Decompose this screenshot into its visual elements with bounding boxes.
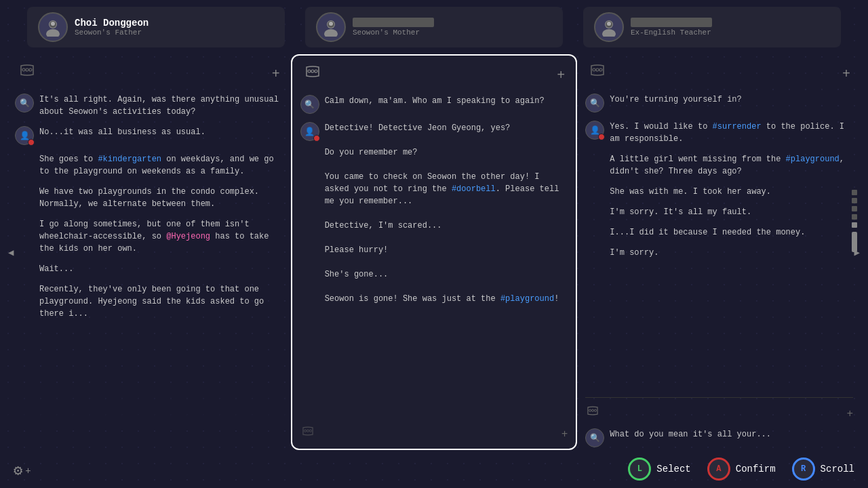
char-avatar-center bbox=[316, 12, 346, 42]
add-btn-left[interactable]: + bbox=[272, 66, 280, 82]
scroll-label: Scroll bbox=[821, 464, 854, 474]
add-btn-right[interactable]: + bbox=[842, 66, 850, 82]
msg-text-right-7: I'm sorry. bbox=[610, 247, 658, 259]
bottom-bar: ⚙ + L Select A Confirm R Scro bbox=[0, 450, 868, 488]
select-key: L bbox=[637, 464, 642, 474]
chat-content-left: 🔍 It's all right. Again, was there anyth… bbox=[15, 91, 283, 447]
msg-text-left-7: Recently, they've only been going to tha… bbox=[39, 283, 283, 320]
chat-icon-center bbox=[303, 64, 322, 87]
svg-point-12 bbox=[22, 68, 25, 71]
msg-left-3: She goes to #kindergarten on weekdays, a… bbox=[15, 153, 283, 178]
msg-text-right-6: I...I did it because I needed the money. bbox=[610, 226, 805, 239]
settings-icon: ⚙ bbox=[14, 462, 22, 480]
char-name-left: Choi Donggeon bbox=[75, 18, 149, 28]
confirm-key: A bbox=[716, 464, 721, 474]
confirm-button-icon[interactable]: A bbox=[707, 458, 730, 481]
add-btn-center[interactable]: + bbox=[557, 68, 565, 83]
column-right: ▶ + 🔍 You're turning yourself in? bbox=[577, 54, 861, 450]
col-footer-center: + bbox=[300, 422, 568, 446]
column-center: + 🔍 Calm down, ma'am. Who am I speaking … bbox=[291, 54, 578, 450]
msg-center-1: 🔍 Calm down, ma'am. Who am I speaking to… bbox=[300, 95, 568, 114]
char-role-center: Seowon's Mother bbox=[353, 28, 434, 37]
svg-point-15 bbox=[308, 70, 311, 73]
scroll-indicators bbox=[852, 190, 857, 252]
svg-point-24 bbox=[589, 409, 591, 411]
scroll-key: R bbox=[801, 464, 806, 474]
bottom-controls-row: L Select A Confirm R Scroll bbox=[0, 450, 868, 488]
confirm-label: Confirm bbox=[736, 464, 776, 474]
char-info-center: Seowon's Mother bbox=[353, 18, 434, 37]
char-name-censored-right bbox=[631, 18, 712, 27]
svg-point-11 bbox=[607, 22, 611, 26]
svg-point-21 bbox=[593, 68, 595, 71]
main-container: Choi Donggeon Seowon's Father Seowon's M… bbox=[0, 0, 868, 488]
msg-text-left-2: No...it was all business as usual. bbox=[39, 126, 205, 138]
scroll-pip-3 bbox=[852, 206, 857, 211]
detective-avatar-right-1: 🔍 bbox=[585, 94, 604, 113]
char-info-right: Ex-English Teacher bbox=[631, 18, 712, 37]
detective-avatar-left-1: 🔍 bbox=[15, 94, 34, 113]
char-avatar-right bbox=[594, 12, 624, 42]
col-header-left: + bbox=[15, 57, 283, 91]
scroll-pip-2 bbox=[852, 198, 857, 203]
chat-icon-right-footer bbox=[585, 405, 600, 423]
msg-text-right-2: Yes. I would like to #surrender to the p… bbox=[610, 121, 853, 145]
msg-text-left-5: I go along sometimes, but one of them is… bbox=[39, 218, 283, 255]
scroll-button-icon[interactable]: R bbox=[792, 458, 815, 481]
detective-avatar-right-footer: 🔍 bbox=[585, 428, 604, 447]
settings-area: ⚙ + bbox=[14, 462, 31, 480]
detective-avatar-center-1: 🔍 bbox=[300, 95, 319, 114]
msg-text-left-3: She goes to #kindergarten on weekdays, a… bbox=[39, 153, 283, 178]
columns-row: ◀ + 🔍 It's all right. Again, was there bbox=[0, 54, 868, 450]
msg-right-5: I'm sorry. It's all my fault. bbox=[585, 206, 853, 218]
svg-point-22 bbox=[596, 68, 599, 71]
add-btn-right-footer[interactable]: + bbox=[846, 408, 853, 420]
svg-point-25 bbox=[592, 409, 594, 411]
svg-point-3 bbox=[51, 22, 55, 26]
msg-text-center-1: Calm down, ma'am. Who am I speaking to a… bbox=[325, 95, 545, 107]
char-name-censored-center bbox=[353, 18, 434, 27]
scroll-control: R Scroll bbox=[792, 458, 854, 481]
svg-point-19 bbox=[307, 430, 309, 432]
msg-text-left-6: Wait... bbox=[39, 263, 73, 275]
col-right-footer-section: + 🔍 What do you mean it's all your... bbox=[585, 397, 853, 447]
msg-left-6: Wait... bbox=[15, 263, 283, 275]
svg-point-17 bbox=[315, 70, 317, 73]
col-footer-right: + bbox=[585, 402, 853, 426]
svg-point-18 bbox=[304, 430, 306, 432]
msg-center-2: 👤 Detective! Detective Jeon Gyeong, yes?… bbox=[300, 122, 568, 305]
msg-text-right-5: I'm sorry. It's all my fault. bbox=[610, 206, 751, 218]
msg-right-7: I'm sorry. bbox=[585, 247, 853, 259]
svg-point-9 bbox=[602, 29, 616, 37]
scroll-pip-1 bbox=[852, 190, 857, 195]
svg-point-13 bbox=[26, 68, 28, 71]
select-button-icon[interactable]: L bbox=[628, 458, 651, 481]
chat-icon-left bbox=[18, 62, 37, 85]
char-avatar-msg-center-2: 👤 bbox=[300, 122, 319, 141]
msg-right-3: A little girl went missing from the #pla… bbox=[585, 153, 853, 178]
svg-point-14 bbox=[29, 68, 32, 71]
confirm-control: A Confirm bbox=[707, 458, 776, 481]
scroll-pip-5 bbox=[852, 222, 857, 228]
msg-right-2: 👤 Yes. I would like to #surrender to the… bbox=[585, 121, 853, 145]
char-role-right: Ex-English Teacher bbox=[631, 28, 712, 37]
add-btn-center-footer[interactable]: + bbox=[561, 428, 568, 441]
col-header-right: + bbox=[585, 57, 853, 91]
char-header-left: Choi Donggeon Seowon's Father bbox=[27, 7, 285, 47]
char-header-center: Seowon's Mother bbox=[305, 7, 563, 47]
msg-left-1: 🔍 It's all right. Again, was there anyth… bbox=[15, 94, 283, 118]
msg-left-4: We have two playgrounds in the condo com… bbox=[15, 186, 283, 210]
char-role-left: Seowon's Father bbox=[75, 28, 149, 37]
msg-left-2: 👤 No...it was all business as usual. bbox=[15, 126, 283, 145]
msg-right-4: She was with me. I took her away. bbox=[585, 186, 853, 198]
select-label: Select bbox=[656, 464, 690, 474]
msg-right-1: 🔍 You're turning yourself in? bbox=[585, 94, 853, 113]
char-avatar-msg-left-2: 👤 bbox=[15, 126, 34, 145]
char-avatar-msg-right-2: 👤 bbox=[585, 121, 604, 140]
svg-point-16 bbox=[311, 70, 314, 73]
msg-right-footer-1: 🔍 What do you mean it's all your... bbox=[585, 428, 853, 447]
msg-text-left-4: We have two playgrounds in the condo com… bbox=[39, 186, 283, 210]
settings-button[interactable]: ⚙ + bbox=[14, 462, 31, 480]
svg-point-7 bbox=[329, 22, 333, 26]
msg-left-7: Recently, they've only been going to tha… bbox=[15, 283, 283, 320]
